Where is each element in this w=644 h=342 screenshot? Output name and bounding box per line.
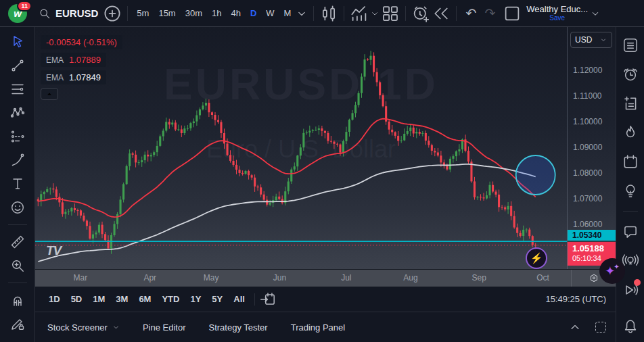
- time-axis[interactable]: MarAprMayJunJulAugSepOct: [35, 269, 616, 287]
- timeframe-M[interactable]: M: [280, 5, 296, 21]
- legend-change-row[interactable]: -0.00534 (-0.51%): [41, 35, 122, 49]
- chart-pane[interactable]: EURUSD 1D Euro / U.S. Dollar -0.00534 (-…: [35, 27, 616, 269]
- legend-ema2-row[interactable]: EMA 1.07849: [41, 70, 106, 84]
- bottom-panel-bar: Stock ScreenerPine EditorStrategy Tester…: [35, 312, 616, 342]
- chart-legend: -0.00534 (-0.51%) EMA 1.07889 EMA 1.0784…: [41, 35, 122, 100]
- timeframe-1h[interactable]: 1h: [208, 5, 225, 21]
- range-1m[interactable]: 1M: [87, 291, 110, 307]
- timeframe-list: 5m15m30m1h4hDWM: [133, 5, 295, 21]
- layout-name-menu[interactable]: Wealthy Educ... Save: [526, 5, 588, 22]
- emoji-icon[interactable]: [9, 199, 26, 216]
- range-buttons: 1D5D1M3M6MYTD1Y5YAll: [43, 291, 250, 307]
- timeframe-4h[interactable]: 4h: [227, 5, 244, 21]
- ema1-value: 1.07889: [69, 55, 101, 65]
- level-price-label: 1.05340: [568, 230, 616, 241]
- edit-lock-icon[interactable]: [9, 316, 26, 332]
- ruler-icon[interactable]: [9, 234, 26, 250]
- indicators-icon[interactable]: [349, 3, 369, 24]
- range-1d[interactable]: 1D: [43, 291, 66, 307]
- top-toolbar: w 11 EURUSD 5m15m30m1h4hDWM ↶ ↷ Wealthy …: [0, 0, 644, 27]
- timeframe-5m[interactable]: 5m: [133, 5, 153, 21]
- fullscreen-icon[interactable]: [595, 322, 606, 333]
- legend-collapse-button[interactable]: [41, 88, 58, 100]
- currency-chevron-icon: [599, 36, 607, 44]
- projection-icon[interactable]: [9, 128, 26, 145]
- price-tick: 1.11000: [573, 91, 602, 101]
- cursor-icon[interactable]: [9, 34, 26, 50]
- create-alert-icon[interactable]: [411, 3, 431, 24]
- ai-assistant-button[interactable]: ✦ ✦: [599, 258, 625, 284]
- right-sidebar: [616, 27, 644, 342]
- range-1y[interactable]: 1Y: [185, 291, 206, 307]
- save-layout-checkbox-icon[interactable]: [502, 3, 522, 24]
- toolbar-separator: [127, 6, 128, 21]
- xabcd-pattern-icon[interactable]: [9, 105, 26, 121]
- range-3m[interactable]: 3M: [110, 291, 133, 307]
- save-button[interactable]: Save: [549, 14, 565, 22]
- timeframe-W[interactable]: W: [262, 5, 278, 21]
- range-6m[interactable]: 6M: [133, 291, 156, 307]
- trend-line-icon[interactable]: [9, 57, 26, 74]
- layout-chevron-icon[interactable]: [589, 3, 601, 24]
- play-stream-icon[interactable]: [622, 281, 639, 299]
- price-tick: 1.12000: [573, 66, 602, 75]
- price-tick: 1.06000: [573, 220, 602, 229]
- compare-add-icon[interactable]: [102, 3, 122, 24]
- search-icon: [38, 7, 51, 20]
- go-to-date-icon[interactable]: [259, 291, 277, 308]
- layout-grid-icon[interactable]: [380, 3, 400, 24]
- app-logo[interactable]: w 11: [8, 4, 27, 23]
- sparkle-small-icon: ✦: [614, 263, 619, 270]
- brush-icon[interactable]: [9, 152, 26, 168]
- timeframe-D[interactable]: D: [246, 5, 260, 21]
- indicators-chevron-icon[interactable]: [369, 3, 380, 24]
- zoom-in-icon[interactable]: [9, 258, 26, 274]
- bar-replay-icon[interactable]: [431, 3, 451, 24]
- text-icon[interactable]: [9, 176, 26, 192]
- hotlists-flame-icon[interactable]: [622, 124, 639, 141]
- range-ytd[interactable]: YTD: [156, 291, 185, 307]
- range-5y[interactable]: 5Y: [206, 291, 228, 307]
- tab-stock-screener[interactable]: Stock Screener: [47, 322, 120, 333]
- range-all[interactable]: All: [228, 291, 250, 307]
- chart-style-candles-icon[interactable]: [319, 3, 339, 24]
- tab-pine-editor[interactable]: Pine Editor: [143, 322, 186, 333]
- toolbar-separator: [405, 6, 406, 21]
- month-label-aug: Aug: [403, 273, 417, 283]
- tradingview-logo[interactable]: TV: [46, 243, 61, 258]
- toolbar-separator: [344, 6, 344, 21]
- alerts-clock-icon[interactable]: [622, 66, 639, 83]
- panel-expand-chevron-icon[interactable]: [568, 320, 582, 334]
- bell-icon[interactable]: [622, 318, 639, 335]
- month-label-apr: Apr: [143, 273, 156, 283]
- timeframe-30m[interactable]: 30m: [181, 5, 206, 21]
- redo-icon[interactable]: ↷: [480, 7, 499, 20]
- magnet-icon[interactable]: [9, 292, 26, 308]
- timeframe-chevron-icon[interactable]: [295, 3, 308, 24]
- watchlist-icon[interactable]: [622, 36, 639, 54]
- symbol-search-button[interactable]: EURUSD: [34, 4, 102, 23]
- calendar-icon[interactable]: [622, 153, 639, 170]
- undo-icon[interactable]: ↶: [461, 7, 480, 20]
- gear-icon: [588, 272, 600, 285]
- notification-badge: 11: [17, 1, 32, 11]
- month-label-may: May: [204, 273, 219, 283]
- sidebar-divider: [623, 211, 638, 212]
- notes-plus-icon[interactable]: [622, 95, 639, 112]
- month-label-jun: Jun: [273, 273, 286, 283]
- currency-dropdown[interactable]: USD: [570, 32, 612, 48]
- fib-retracement-icon[interactable]: [9, 81, 26, 97]
- legend-ema1-row[interactable]: EMA 1.07889: [41, 53, 106, 67]
- symbol-name: EURUSD: [55, 7, 98, 19]
- chat-icon[interactable]: [622, 223, 639, 241]
- price-scale[interactable]: USD 1.120001.110001.100001.090001.080001…: [567, 27, 616, 269]
- tab-strategy-tester[interactable]: Strategy Tester: [208, 322, 267, 333]
- instant-trading-button[interactable]: ⚡: [526, 247, 547, 269]
- range-separator: [254, 293, 255, 306]
- clock-utc[interactable]: 15:49:25 (UTC): [545, 294, 606, 304]
- ideas-bulb-icon[interactable]: [622, 182, 639, 199]
- timeframe-15m[interactable]: 15m: [154, 5, 179, 21]
- toolbar-separator: [456, 6, 457, 21]
- tab-trading-panel[interactable]: Trading Panel: [291, 322, 345, 333]
- range-5d[interactable]: 5D: [66, 291, 88, 307]
